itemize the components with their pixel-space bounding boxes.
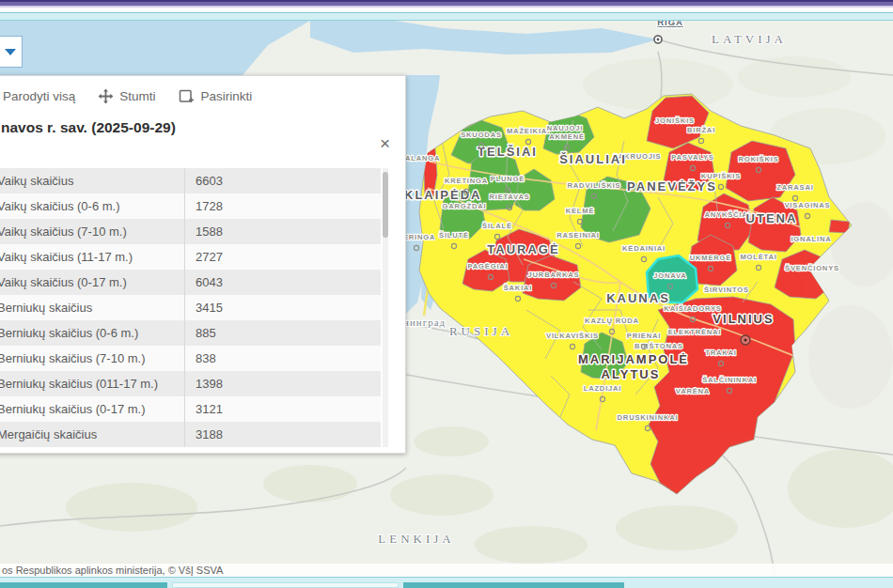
municipality-label: ROKIŠKIS <box>738 155 778 163</box>
table-row: Vaikų skaičius6603 <box>0 168 381 193</box>
riga-label: RĪGA <box>657 21 683 27</box>
row-value: 1398 <box>184 371 381 396</box>
municipality-label: ŠIRVINTOS <box>704 286 749 294</box>
city-label: TAURAGĖ <box>487 242 559 256</box>
close-icon[interactable]: × <box>380 134 390 152</box>
table-row: Mergaičių skaičius3188 <box>0 422 381 447</box>
feature-popup: Parodyti visą Stumti Pasirinkti navos r.… <box>0 75 406 454</box>
municipality-label: BIRŽAI <box>687 126 715 134</box>
municipality-label: JONIŠKIS <box>655 116 695 125</box>
taskbar-segment[interactable] <box>403 582 624 588</box>
row-value: 6043 <box>184 270 381 295</box>
city-label: ŠIAULIAI <box>559 152 627 166</box>
city-label: VILNIUS <box>713 312 774 326</box>
scrollbar-thumb[interactable] <box>383 172 388 238</box>
layer-dropdown-button[interactable] <box>0 36 23 68</box>
municipality-label: SKUODAS <box>461 131 502 139</box>
city-label: KAUNAS <box>606 291 670 305</box>
riga-city-dot-core <box>657 39 660 41</box>
city-label: ALYTUS <box>602 367 661 381</box>
municipality-label: LAZDIJAI <box>584 384 622 393</box>
city-label: KLAIPĖDA <box>404 188 481 202</box>
municipality-label: JURBARKAS <box>528 271 580 279</box>
map-attribution: os Respublikos aplinkos ministerija, © V… <box>0 564 893 577</box>
country-label: LATVIJA <box>712 32 787 46</box>
row-value: 885 <box>184 320 381 346</box>
municipality-label: PLUNGĖ <box>491 175 525 183</box>
row-label: Vaikų skaičius <box>0 174 184 188</box>
taskbar-row <box>0 582 893 588</box>
select-button[interactable]: Pasirinkti <box>179 87 253 104</box>
show-all-label: Parodyti visą <box>3 89 75 103</box>
browser-tab-strip <box>0 13 893 20</box>
vilnius-city-dot-core <box>744 338 746 341</box>
move-icon <box>98 88 114 104</box>
popup-scrollbar[interactable] <box>383 168 388 447</box>
city-label: MARIJAMPOLĖ <box>578 352 689 366</box>
taskbar-segment[interactable] <box>172 582 399 588</box>
table-row: Vaikų skaičius (0-17 m.)6043 <box>0 270 381 295</box>
municipality-label: PALANGA <box>400 154 441 162</box>
municipality-label: MAŽEIKIAI <box>507 127 550 135</box>
table-row: Berniukų skaičius3415 <box>0 295 381 320</box>
table-row: Vaikų skaičius (11-17 m.)2727 <box>0 244 381 270</box>
attribute-table: Vaikų skaičius6603Vaikų skaičius (0-6 m.… <box>0 168 381 447</box>
pan-button[interactable]: Stumti <box>98 88 155 104</box>
table-row: Berniukų skaičius (7-10 m.)838 <box>0 346 381 371</box>
select-label: Pasirinkti <box>201 89 253 103</box>
city-label: PANEVĖŽYS <box>627 179 717 193</box>
municipality-label: KĖDAINIAI <box>622 244 666 253</box>
municipality-label: MOLĖTAI <box>740 253 776 261</box>
row-label: Vaikų skaičius (7-10 m.) <box>0 224 184 239</box>
municipality-label: PRIENAI <box>627 332 661 340</box>
municipality-label: UKMERGĖ <box>690 254 731 262</box>
municipality-label: VISAGINAS <box>785 201 831 209</box>
table-row: Berniukų skaičius (0-17 m.)3121 <box>0 396 381 422</box>
municipality-label: VILKAVIŠKIS <box>546 332 599 340</box>
municipality-label: NAUJOJI <box>547 124 584 132</box>
row-label: Berniukų skaičius (0-17 m.) <box>0 402 184 416</box>
city-label: TELŠIAI <box>478 145 538 159</box>
row-label: Vaikų skaičius (0-6 m.) <box>0 199 184 213</box>
table-row: Berniukų skaičius (0-6 m.)885 <box>0 320 381 346</box>
municipality-label: IGNALINA <box>791 235 831 243</box>
row-value: 3188 <box>184 422 381 447</box>
taskbar-segment[interactable] <box>0 582 167 588</box>
country-label: RUSIJA <box>449 324 513 338</box>
row-label: Berniukų skaičius (7-10 m.) <box>0 351 184 365</box>
kaliningrad-label: нинград <box>403 317 446 328</box>
municipality-label: KRETINGA <box>445 177 488 185</box>
row-value: 1728 <box>184 193 381 219</box>
row-label: Vaikų skaičius (0-17 m.) <box>0 275 184 289</box>
row-label: Vaikų skaičius (11-17 m.) <box>0 250 184 264</box>
popup-title: navos r. sav. (2025-09-29) <box>1 119 405 146</box>
row-value: 3415 <box>184 295 381 320</box>
municipality-label: DRUSKININKAI <box>618 413 679 422</box>
row-value: 3121 <box>184 396 381 422</box>
municipality-label: ELEKTRĖNAI <box>668 328 722 336</box>
select-rectangle-icon <box>179 87 196 104</box>
app-window: SKUODASMAŽEIKIAINAUJOJIAKMENĖJONIŠKISBIR… <box>0 0 893 588</box>
municipality-label: PAGĖGIAI <box>468 262 509 271</box>
municipality-label: RIETAVAS <box>489 193 529 201</box>
municipality-label: ŠVENČIONYS <box>785 264 839 272</box>
row-label: Mergaičių skaičius <box>0 427 184 441</box>
municipality-label: JONAVA <box>653 271 686 280</box>
chevron-down-icon <box>5 49 16 55</box>
row-value: 2727 <box>184 244 381 270</box>
municipality-label: KAZLŲ RŪDA <box>585 317 639 325</box>
municipality-label: ŠALČININKAI <box>702 376 757 384</box>
row-value: 1588 <box>184 219 381 244</box>
municipality-label: GARGŽDAI <box>443 202 487 210</box>
municipality-label: ANYKŠČIAI <box>705 210 751 219</box>
municipality-label: ŠAKIAI <box>504 284 533 292</box>
city-label: UTENA <box>746 211 798 225</box>
row-label: Berniukų skaičius (0-6 m.) <box>0 326 184 340</box>
table-row: Vaikų skaičius (0-6 m.)1728 <box>0 193 381 219</box>
municipality-label: VARĖNA <box>676 387 710 395</box>
show-all-button[interactable]: Parodyti visą <box>3 89 75 103</box>
table-row: Berniukų skaičius (011-17 m.)1398 <box>0 371 381 396</box>
municipality-label: AKMENĖ <box>549 132 585 141</box>
popup-toolbar: Parodyti visą Stumti Pasirinkti <box>0 76 405 116</box>
municipality-label: KELMĖ <box>566 207 595 215</box>
